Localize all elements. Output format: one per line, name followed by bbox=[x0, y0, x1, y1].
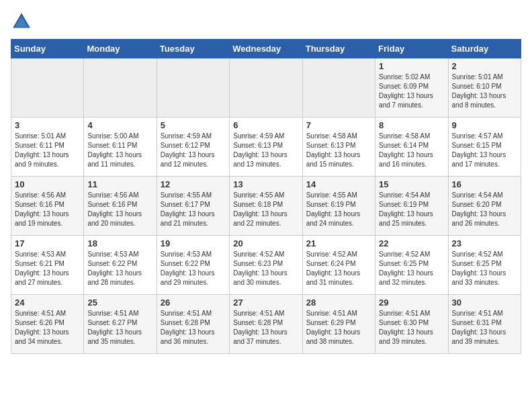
week-row-5: 24Sunrise: 4:51 AM Sunset: 6:26 PM Dayli… bbox=[11, 295, 521, 354]
day-info: Sunrise: 4:55 AM Sunset: 6:18 PM Dayligh… bbox=[233, 191, 298, 228]
day-number: 17 bbox=[15, 238, 80, 248]
day-number: 6 bbox=[233, 120, 298, 130]
day-number: 29 bbox=[379, 298, 444, 308]
day-number: 16 bbox=[452, 179, 517, 189]
day-number: 1 bbox=[379, 61, 444, 71]
calendar-cell: 12Sunrise: 4:55 AM Sunset: 6:17 PM Dayli… bbox=[157, 177, 229, 236]
day-number: 12 bbox=[161, 179, 226, 189]
calendar-cell: 10Sunrise: 4:56 AM Sunset: 6:16 PM Dayli… bbox=[11, 177, 84, 236]
day-info: Sunrise: 5:02 AM Sunset: 6:09 PM Dayligh… bbox=[379, 73, 444, 110]
day-number: 27 bbox=[233, 298, 298, 308]
day-info: Sunrise: 4:58 AM Sunset: 6:13 PM Dayligh… bbox=[306, 132, 371, 169]
calendar-cell: 2Sunrise: 5:01 AM Sunset: 6:10 PM Daylig… bbox=[448, 58, 521, 118]
calendar-cell: 1Sunrise: 5:02 AM Sunset: 6:09 PM Daylig… bbox=[375, 58, 448, 118]
calendar-cell: 9Sunrise: 4:57 AM Sunset: 6:15 PM Daylig… bbox=[448, 118, 521, 177]
calendar-cell: 30Sunrise: 4:51 AM Sunset: 6:31 PM Dayli… bbox=[448, 295, 521, 354]
calendar-cell: 25Sunrise: 4:51 AM Sunset: 6:27 PM Dayli… bbox=[84, 295, 157, 354]
day-info: Sunrise: 4:54 AM Sunset: 6:20 PM Dayligh… bbox=[452, 191, 517, 228]
weekday-header-thursday: Thursday bbox=[302, 40, 375, 58]
day-number: 18 bbox=[87, 238, 152, 248]
day-info: Sunrise: 4:59 AM Sunset: 6:13 PM Dayligh… bbox=[233, 132, 298, 169]
calendar-cell bbox=[230, 58, 302, 118]
day-info: Sunrise: 5:01 AM Sunset: 6:11 PM Dayligh… bbox=[15, 132, 80, 169]
calendar-cell: 19Sunrise: 4:53 AM Sunset: 6:22 PM Dayli… bbox=[157, 236, 229, 295]
header-row: SundayMondayTuesdayWednesdayThursdayFrid… bbox=[11, 40, 521, 58]
calendar-cell: 17Sunrise: 4:53 AM Sunset: 6:21 PM Dayli… bbox=[11, 236, 84, 295]
calendar-table: SundayMondayTuesdayWednesdayThursdayFrid… bbox=[11, 39, 521, 354]
day-number: 10 bbox=[15, 179, 80, 189]
day-info: Sunrise: 4:59 AM Sunset: 6:12 PM Dayligh… bbox=[161, 132, 226, 169]
weekday-header-friday: Friday bbox=[375, 40, 448, 58]
day-info: Sunrise: 4:51 AM Sunset: 6:27 PM Dayligh… bbox=[87, 309, 152, 347]
calendar-cell: 20Sunrise: 4:52 AM Sunset: 6:23 PM Dayli… bbox=[230, 236, 302, 295]
day-number: 13 bbox=[233, 179, 298, 189]
calendar-cell bbox=[11, 58, 84, 118]
calendar-cell: 13Sunrise: 4:55 AM Sunset: 6:18 PM Dayli… bbox=[230, 177, 302, 236]
day-number: 22 bbox=[379, 238, 444, 248]
calendar-cell: 29Sunrise: 4:51 AM Sunset: 6:30 PM Dayli… bbox=[375, 295, 448, 354]
day-info: Sunrise: 4:51 AM Sunset: 6:28 PM Dayligh… bbox=[233, 309, 298, 347]
calendar-cell: 28Sunrise: 4:51 AM Sunset: 6:29 PM Dayli… bbox=[302, 295, 375, 354]
calendar-cell bbox=[84, 58, 157, 118]
day-number: 23 bbox=[452, 238, 517, 248]
day-number: 5 bbox=[161, 120, 226, 130]
day-info: Sunrise: 4:57 AM Sunset: 6:15 PM Dayligh… bbox=[452, 132, 517, 169]
week-row-4: 17Sunrise: 4:53 AM Sunset: 6:21 PM Dayli… bbox=[11, 236, 521, 295]
calendar-cell: 3Sunrise: 5:01 AM Sunset: 6:11 PM Daylig… bbox=[11, 118, 84, 177]
day-info: Sunrise: 4:51 AM Sunset: 6:29 PM Dayligh… bbox=[306, 309, 371, 347]
day-number: 11 bbox=[87, 179, 152, 189]
day-number: 30 bbox=[452, 298, 517, 308]
day-info: Sunrise: 4:52 AM Sunset: 6:25 PM Dayligh… bbox=[379, 250, 444, 287]
calendar-cell: 21Sunrise: 4:52 AM Sunset: 6:24 PM Dayli… bbox=[302, 236, 375, 295]
day-number: 14 bbox=[306, 179, 371, 189]
day-info: Sunrise: 4:56 AM Sunset: 6:16 PM Dayligh… bbox=[87, 191, 152, 228]
day-info: Sunrise: 4:54 AM Sunset: 6:19 PM Dayligh… bbox=[379, 191, 444, 228]
calendar-cell: 7Sunrise: 4:58 AM Sunset: 6:13 PM Daylig… bbox=[302, 118, 375, 177]
day-info: Sunrise: 4:51 AM Sunset: 6:30 PM Dayligh… bbox=[379, 309, 444, 347]
calendar-cell bbox=[302, 58, 375, 118]
day-info: Sunrise: 4:55 AM Sunset: 6:17 PM Dayligh… bbox=[161, 191, 226, 228]
day-info: Sunrise: 4:55 AM Sunset: 6:19 PM Dayligh… bbox=[306, 191, 371, 228]
weekday-header-sunday: Sunday bbox=[11, 40, 84, 58]
logo bbox=[11, 11, 35, 32]
calendar-cell bbox=[157, 58, 229, 118]
day-number: 4 bbox=[87, 120, 152, 130]
calendar-cell: 23Sunrise: 4:52 AM Sunset: 6:25 PM Dayli… bbox=[448, 236, 521, 295]
weekday-header-monday: Monday bbox=[84, 40, 157, 58]
calendar-cell: 18Sunrise: 4:53 AM Sunset: 6:22 PM Dayli… bbox=[84, 236, 157, 295]
day-number: 19 bbox=[161, 238, 226, 248]
day-number: 24 bbox=[15, 298, 80, 308]
calendar-cell: 22Sunrise: 4:52 AM Sunset: 6:25 PM Dayli… bbox=[375, 236, 448, 295]
day-number: 20 bbox=[233, 238, 298, 248]
day-number: 9 bbox=[452, 120, 517, 130]
page-header bbox=[11, 11, 521, 32]
calendar-cell: 6Sunrise: 4:59 AM Sunset: 6:13 PM Daylig… bbox=[230, 118, 302, 177]
day-info: Sunrise: 4:52 AM Sunset: 6:25 PM Dayligh… bbox=[452, 250, 517, 287]
day-info: Sunrise: 4:56 AM Sunset: 6:16 PM Dayligh… bbox=[15, 191, 80, 228]
calendar-cell: 16Sunrise: 4:54 AM Sunset: 6:20 PM Dayli… bbox=[448, 177, 521, 236]
calendar-cell: 14Sunrise: 4:55 AM Sunset: 6:19 PM Dayli… bbox=[302, 177, 375, 236]
weekday-header-tuesday: Tuesday bbox=[157, 40, 229, 58]
logo-icon bbox=[11, 11, 32, 32]
day-number: 21 bbox=[306, 238, 371, 248]
week-row-3: 10Sunrise: 4:56 AM Sunset: 6:16 PM Dayli… bbox=[11, 177, 521, 236]
calendar-cell: 5Sunrise: 4:59 AM Sunset: 6:12 PM Daylig… bbox=[157, 118, 229, 177]
day-info: Sunrise: 5:01 AM Sunset: 6:10 PM Dayligh… bbox=[452, 73, 517, 110]
day-info: Sunrise: 5:00 AM Sunset: 6:11 PM Dayligh… bbox=[87, 132, 152, 169]
day-info: Sunrise: 4:53 AM Sunset: 6:21 PM Dayligh… bbox=[15, 250, 80, 287]
weekday-header-saturday: Saturday bbox=[448, 40, 521, 58]
day-info: Sunrise: 4:53 AM Sunset: 6:22 PM Dayligh… bbox=[161, 250, 226, 287]
day-info: Sunrise: 4:53 AM Sunset: 6:22 PM Dayligh… bbox=[87, 250, 152, 287]
day-info: Sunrise: 4:51 AM Sunset: 6:31 PM Dayligh… bbox=[452, 309, 517, 347]
day-number: 2 bbox=[452, 61, 517, 71]
calendar-cell: 15Sunrise: 4:54 AM Sunset: 6:19 PM Dayli… bbox=[375, 177, 448, 236]
day-number: 26 bbox=[161, 298, 226, 308]
day-info: Sunrise: 4:58 AM Sunset: 6:14 PM Dayligh… bbox=[379, 132, 444, 169]
day-number: 3 bbox=[15, 120, 80, 130]
calendar-cell: 26Sunrise: 4:51 AM Sunset: 6:28 PM Dayli… bbox=[157, 295, 229, 354]
calendar-cell: 27Sunrise: 4:51 AM Sunset: 6:28 PM Dayli… bbox=[230, 295, 302, 354]
day-number: 28 bbox=[306, 298, 371, 308]
week-row-1: 1Sunrise: 5:02 AM Sunset: 6:09 PM Daylig… bbox=[11, 58, 521, 118]
day-number: 25 bbox=[87, 298, 152, 308]
calendar-cell: 4Sunrise: 5:00 AM Sunset: 6:11 PM Daylig… bbox=[84, 118, 157, 177]
